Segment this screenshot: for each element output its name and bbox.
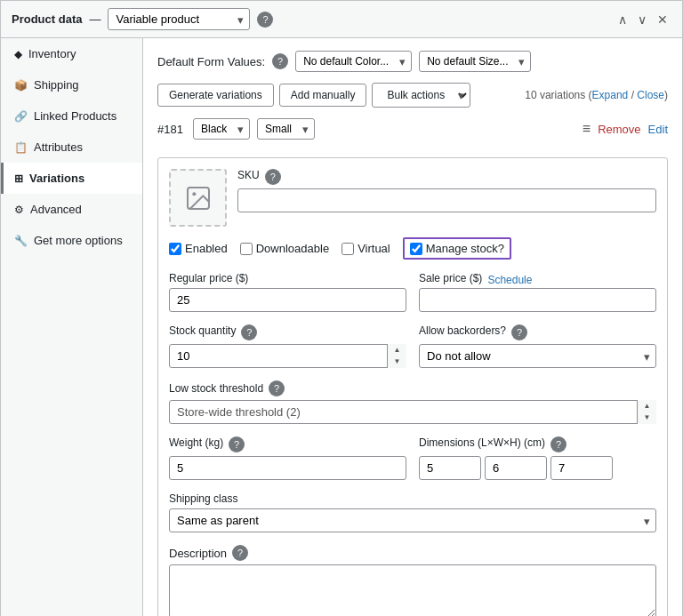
default-form-values-row: Default Form Values: ? No default Color.… [157, 51, 668, 72]
sidebar-item-label-shipping: Shipping [34, 78, 79, 92]
variation-detail-panel: SKU ? Enabled Downloadable [157, 157, 668, 616]
variation-menu-icon[interactable]: ≡ [583, 121, 591, 137]
shipping-class-select[interactable]: Same as parent No shipping class [169, 508, 656, 532]
sidebar-item-label-advanced: Advanced [30, 203, 82, 216]
inventory-icon: ◆ [14, 48, 22, 60]
backorders-select-wrap[interactable]: Do not allow Allow, but notify customer … [419, 344, 656, 368]
low-stock-help-icon[interactable]: ? [269, 380, 285, 396]
sidebar-item-variations[interactable]: ⊞ Variations [1, 163, 142, 194]
low-stock-label: Low stock threshold [169, 382, 263, 395]
enabled-label: Enabled [185, 242, 228, 255]
stock-quantity-input[interactable] [169, 344, 406, 368]
stock-quantity-label: Stock quantity [169, 324, 236, 337]
generate-variations-btn[interactable]: Generate variations [157, 84, 274, 107]
sale-price-label: Sale price ($) [419, 272, 482, 284]
add-manually-btn[interactable]: Add manually [279, 84, 367, 107]
shipping-icon: 📦 [14, 79, 28, 92]
no-default-size-wrap[interactable]: No default Size... [419, 51, 531, 72]
product-data-body: ◆ Inventory 📦 Shipping 🔗 Linked Products… [1, 38, 682, 616]
description-label: Description [169, 547, 227, 560]
nav-up-btn[interactable]: ∧ [615, 11, 631, 28]
dim-h-input[interactable] [550, 456, 613, 480]
color-select[interactable]: Black [193, 118, 250, 140]
stock-up-btn[interactable]: ▲ [388, 344, 406, 356]
regular-price-input[interactable] [169, 288, 406, 312]
sidebar-item-linked-products[interactable]: 🔗 Linked Products [1, 100, 142, 132]
low-stock-up-btn[interactable]: ▲ [638, 400, 656, 412]
enabled-checkbox[interactable] [169, 243, 181, 255]
sku-input[interactable] [237, 188, 656, 212]
virtual-checkbox[interactable] [342, 243, 354, 255]
dim-w-input[interactable] [485, 456, 547, 480]
shipping-class-label-row: Shipping class [169, 492, 656, 505]
low-stock-down-btn[interactable]: ▼ [638, 412, 656, 425]
sku-group: SKU ? [237, 169, 656, 227]
default-form-values-help-icon[interactable]: ? [272, 53, 288, 69]
enabled-checkbox-wrap[interactable]: Enabled [169, 242, 228, 255]
edit-variation-link[interactable]: Edit [648, 123, 668, 136]
stock-spinner: ▲ ▼ [387, 344, 406, 368]
sidebar-item-get-more-options[interactable]: 🔧 Get more options [1, 225, 142, 256]
stock-quantity-group: Stock quantity ? ▲ ▼ [169, 324, 406, 368]
bulk-actions-select[interactable]: Bulk actions [372, 83, 470, 108]
variation-image[interactable] [169, 169, 227, 227]
variations-icon: ⊞ [14, 172, 23, 185]
checkboxes-row: Enabled Downloadable Virtual Manage stoc… [169, 237, 656, 260]
bulk-actions-wrap[interactable]: Bulk actions [372, 83, 470, 108]
expand-link[interactable]: Expand [592, 89, 629, 101]
sidebar-item-advanced[interactable]: ⚙ Advanced [1, 194, 142, 225]
schedule-link[interactable]: Schedule [487, 274, 532, 286]
weight-help-icon[interactable]: ? [229, 436, 245, 452]
image-placeholder-icon [184, 184, 213, 212]
variations-content: Default Form Values: ? No default Color.… [143, 38, 682, 616]
nav-close-btn[interactable]: ✕ [654, 11, 671, 28]
close-link[interactable]: Close [637, 89, 664, 101]
description-textarea[interactable] [169, 564, 656, 616]
stock-down-btn[interactable]: ▼ [388, 356, 406, 369]
dimensions-help-icon[interactable]: ? [550, 436, 566, 452]
manage-stock-checkbox-wrap[interactable]: Manage stock? [403, 237, 511, 260]
sale-price-input[interactable] [419, 288, 656, 312]
product-type-help-icon[interactable]: ? [257, 12, 273, 28]
no-default-size-select[interactable]: No default Size... [419, 51, 531, 72]
stock-quantity-help-icon[interactable]: ? [241, 324, 257, 340]
sidebar: ◆ Inventory 📦 Shipping 🔗 Linked Products… [1, 38, 143, 616]
allow-backorders-select[interactable]: Do not allow Allow, but notify customer … [419, 344, 656, 368]
downloadable-checkbox[interactable] [240, 243, 253, 255]
sidebar-item-inventory[interactable]: ◆ Inventory [1, 38, 142, 69]
low-stock-row: Low stock threshold ? ▲ ▼ [169, 380, 656, 424]
description-label-row: Description ? [169, 545, 656, 561]
nav-down-btn[interactable]: ∨ [634, 11, 650, 28]
no-default-color-wrap[interactable]: No default Color... [295, 51, 412, 72]
shipping-class-select-wrap[interactable]: Same as parent No shipping class [169, 508, 656, 532]
sidebar-item-attributes[interactable]: 📋 Attributes [1, 132, 142, 163]
weight-input[interactable] [169, 456, 406, 480]
product-type-select-wrap[interactable]: Variable product [108, 8, 250, 30]
virtual-checkbox-wrap[interactable]: Virtual [342, 242, 390, 255]
low-stock-spinner: ▲ ▼ [637, 400, 656, 424]
weight-dim-row: Weight (kg) ? Dimensions (L×W×H) (cm) ? [169, 436, 656, 480]
description-help-icon[interactable]: ? [232, 545, 248, 561]
dimensions-label: Dimensions (L×W×H) (cm) [419, 436, 545, 449]
downloadable-checkbox-wrap[interactable]: Downloadable [240, 242, 329, 255]
size-select-wrap[interactable]: Small [257, 118, 315, 140]
color-select-wrap[interactable]: Black [193, 118, 250, 140]
manage-stock-label: Manage stock? [426, 242, 504, 255]
sku-label-row: SKU ? [237, 169, 656, 185]
variations-buttons-row: Generate variations Add manually Bulk ac… [157, 83, 668, 108]
manage-stock-checkbox[interactable] [410, 243, 422, 255]
header-nav: ∧ ∨ ✕ [615, 11, 671, 28]
sidebar-item-shipping[interactable]: 📦 Shipping [1, 69, 142, 100]
allow-backorders-help-icon[interactable]: ? [511, 324, 527, 340]
sku-label: SKU [237, 169, 260, 181]
sku-help-icon[interactable]: ? [265, 169, 281, 185]
shipping-class-row: Shipping class Same as parent No shippin… [169, 492, 656, 532]
remove-variation-link[interactable]: Remove [598, 123, 640, 136]
size-select[interactable]: Small [257, 118, 315, 140]
no-default-color-select[interactable]: No default Color... [295, 51, 412, 72]
advanced-icon: ⚙ [14, 204, 24, 216]
dim-l-input[interactable] [419, 456, 481, 480]
product-type-select[interactable]: Variable product [108, 8, 250, 30]
low-stock-input[interactable] [169, 400, 656, 424]
product-data-panel: Product data — Variable product ? ∧ ∨ ✕ … [0, 0, 683, 616]
